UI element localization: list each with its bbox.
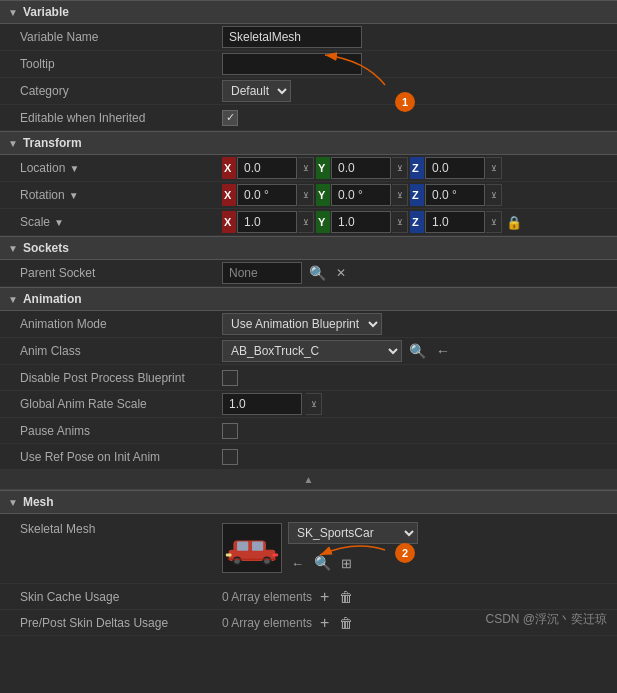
skin-cache-add-button[interactable]: + [318,589,331,605]
mesh-section-header[interactable]: ▼ Mesh [0,490,617,514]
animation-section-header[interactable]: ▼ Animation [0,287,617,311]
anim-class-controls: AB_BoxTruck_C 🔍 ← [222,340,453,362]
location-z-field: Z ⊻ [410,157,502,179]
scale-row: Scale ▼ X ⊻ Y ⊻ Z ⊻ 🔒 [0,209,617,236]
parent-socket-search-button[interactable]: 🔍 [306,262,329,284]
global-rate-expand[interactable]: ⊻ [306,393,322,415]
scale-z-field: Z ⊻ [410,211,502,233]
parent-socket-input[interactable] [222,262,302,284]
scale-value-container: X ⊻ Y ⊻ Z ⊻ 🔒 [216,209,617,235]
skeletal-mesh-label: Skeletal Mesh [0,520,216,540]
anim-mode-select[interactable]: Use Animation Blueprint Use Anim Asset [222,313,382,335]
mesh-section-title: Mesh [23,495,54,509]
variable-name-input[interactable] [222,26,362,48]
anim-class-row: Anim Class AB_BoxTruck_C 🔍 ← [0,338,617,365]
location-x-input[interactable] [237,157,297,179]
scroll-indicator-row: ▲ [0,470,617,490]
watermark: CSDN @浮沉丶奕迁琼 [485,611,607,628]
global-rate-row: Global Anim Rate Scale ⊻ [0,391,617,418]
scale-y-input[interactable] [331,211,391,233]
scale-x-label: X [222,211,236,233]
car-icon [224,525,280,571]
anim-class-value-container: AB_BoxTruck_C 🔍 ← [216,338,617,364]
scale-z-input[interactable] [425,211,485,233]
location-y-field: Y ⊻ [316,157,408,179]
tooltip-value-container [216,51,617,77]
anim-class-select[interactable]: AB_BoxTruck_C [222,340,402,362]
variable-section-header[interactable]: ▼ Variable [0,0,617,24]
scale-dropdown-arrow[interactable]: ▼ [54,217,64,228]
scale-x-input[interactable] [237,211,297,233]
tooltip-row: Tooltip [0,51,617,78]
anim-class-search-button[interactable]: 🔍 [406,340,429,362]
location-xyz: X ⊻ Y ⊻ Z ⊻ [222,157,502,179]
location-x-expand[interactable]: ⊻ [298,157,314,179]
svg-rect-11 [273,554,279,557]
mesh-search-button[interactable]: 🔍 [311,552,334,574]
parent-socket-value-container: 🔍 ✕ [216,260,617,286]
scale-label: Scale ▼ [0,211,216,233]
rotation-y-input[interactable] [331,184,391,206]
scale-y-label: Y [316,211,330,233]
pre-post-remove-button[interactable]: 🗑 [337,616,355,630]
transform-section-header[interactable]: ▼ Transform [0,131,617,155]
rotation-x-expand[interactable]: ⊻ [298,184,314,206]
disable-pp-checkbox[interactable] [222,370,238,386]
location-z-expand[interactable]: ⊻ [486,157,502,179]
global-rate-input[interactable] [222,393,302,415]
transform-collapse-arrow: ▼ [8,138,18,149]
location-z-input[interactable] [425,157,485,179]
location-x-label: X [222,157,236,179]
pause-anims-value-container [216,421,617,441]
variable-collapse-arrow: ▼ [8,7,18,18]
anim-class-back-button[interactable]: ← [433,340,453,362]
rotation-x-field: X ⊻ [222,184,314,206]
rotation-row: Rotation ▼ X ⊻ Y ⊻ Z ⊻ [0,182,617,209]
rotation-y-expand[interactable]: ⊻ [392,184,408,206]
rotation-z-input[interactable] [425,184,485,206]
sockets-section-header[interactable]: ▼ Sockets [0,236,617,260]
scale-z-expand[interactable]: ⊻ [486,211,502,233]
editable-checkbox[interactable] [222,110,238,126]
svg-rect-10 [226,554,232,557]
location-y-input[interactable] [331,157,391,179]
skeletal-mesh-value-container: SK_SportsCar ← 🔍 ⊞ [216,520,617,576]
anim-class-label: Anim Class [0,340,216,362]
rotation-x-label: X [222,184,236,206]
scale-lock-icon[interactable]: 🔒 [506,215,522,230]
location-y-expand[interactable]: ⊻ [392,157,408,179]
location-y-label: Y [316,157,330,179]
pause-anims-checkbox[interactable] [222,423,238,439]
mesh-back-button[interactable]: ← [288,552,307,574]
transform-section-title: Transform [23,136,82,150]
tooltip-input[interactable] [222,53,362,75]
scale-x-field: X ⊻ [222,211,314,233]
pre-post-label: Pre/Post Skin Deltas Usage [0,612,216,634]
badge-1: 1 [395,92,415,112]
svg-rect-5 [252,541,263,550]
location-dropdown-arrow[interactable]: ▼ [69,163,79,174]
location-label: Location ▼ [0,157,216,179]
pre-post-add-button[interactable]: + [318,615,331,631]
parent-socket-clear-button[interactable]: ✕ [333,262,349,284]
skeletal-mesh-select[interactable]: SK_SportsCar [288,522,418,544]
mesh-browse-button[interactable]: ⊞ [338,552,355,574]
scroll-up-arrow[interactable]: ▲ [304,474,314,485]
animation-collapse-arrow: ▼ [8,294,18,305]
ref-pose-checkbox[interactable] [222,449,238,465]
editable-label: Editable when Inherited [0,107,216,129]
rotation-z-label: Z [410,184,424,206]
rotation-x-input[interactable] [237,184,297,206]
skin-cache-remove-button[interactable]: 🗑 [337,590,355,604]
mesh-name-row: SK_SportsCar [288,522,418,544]
global-rate-value-container: ⊻ [216,391,617,417]
rotation-y-field: Y ⊻ [316,184,408,206]
category-select[interactable]: Default [222,80,291,102]
rotation-dropdown-arrow[interactable]: ▼ [69,190,79,201]
scale-y-expand[interactable]: ⊻ [392,211,408,233]
scale-x-expand[interactable]: ⊻ [298,211,314,233]
disable-pp-label: Disable Post Process Blueprint [0,367,216,389]
rotation-z-expand[interactable]: ⊻ [486,184,502,206]
pause-anims-row: Pause Anims [0,418,617,444]
scale-z-label: Z [410,211,424,233]
